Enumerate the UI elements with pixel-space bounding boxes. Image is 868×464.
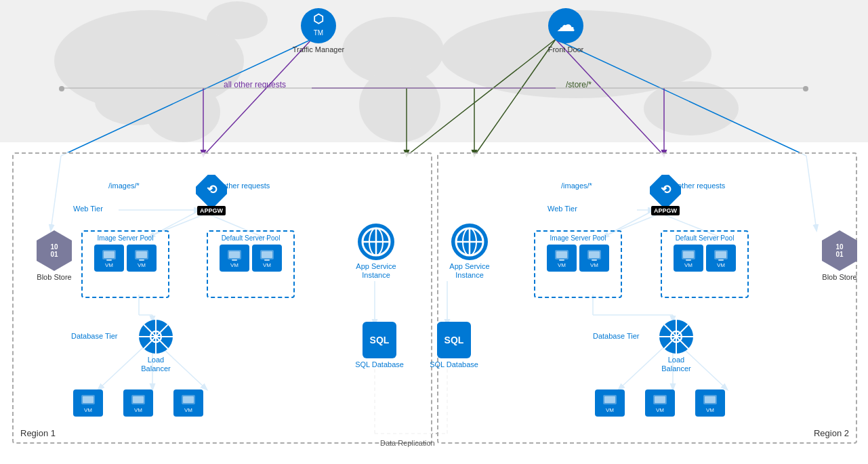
- vm-box: VM: [645, 389, 675, 417]
- svg-text:TM: TM: [314, 29, 323, 37]
- image-pool2-label: Image Server Pool: [550, 234, 606, 242]
- db-tier2-label: Database Tier: [593, 332, 639, 340]
- appgw1-label: APPGW: [197, 206, 226, 215]
- appgw2-icon: ⟲ APPGW: [642, 175, 688, 215]
- dot-right: [803, 86, 808, 91]
- blob-store1-icon: 1001 Blob Store: [31, 230, 77, 281]
- svg-point-4: [359, 68, 440, 142]
- svg-rect-100: [716, 251, 726, 258]
- db-vm2: VM: [123, 389, 153, 417]
- default-pool2-vms: VM VM: [674, 245, 736, 272]
- app-service1-icon: App Service Instance: [346, 224, 407, 280]
- data-replication-label: Data Replication: [380, 439, 435, 447]
- default-pool1-vms: VM VM: [220, 245, 282, 272]
- default-pool2-label: Default Server Pool: [676, 234, 735, 242]
- db-vm4: VM: [595, 389, 625, 417]
- svg-rect-56: [106, 259, 112, 261]
- blob-store1-label: Blob Store: [37, 273, 71, 281]
- sql-db2-label: SQL Database: [430, 360, 478, 369]
- appgw2-label: APPGW: [651, 206, 680, 215]
- db-vm1: VM: [73, 389, 103, 417]
- image-server-pool1: Image Server Pool VM VM: [81, 230, 169, 298]
- images-path2-label: /images/*: [561, 182, 592, 190]
- svg-rect-64: [262, 251, 272, 258]
- vm-icon: VM: [94, 245, 124, 272]
- load-balancer2-label: Load Balancer: [653, 356, 700, 373]
- front-door-icon: ☁ Front Door: [529, 8, 603, 54]
- db-vm5: VM: [645, 389, 675, 417]
- sql-cylinder1: SQL: [363, 322, 396, 358]
- svg-rect-111: [655, 396, 665, 403]
- vm-icon: VM: [674, 245, 703, 272]
- appgw1-icon: ⟲ APPGW: [188, 175, 234, 215]
- traffic-manager-icon: ⬡ TM Traffic Manager: [285, 8, 352, 54]
- svg-rect-94: [589, 251, 600, 258]
- vm-box: VM: [595, 389, 625, 417]
- sql-db2-icon: SQL SQL Database: [427, 322, 481, 369]
- svg-point-6: [644, 81, 739, 135]
- svg-rect-97: [683, 251, 694, 258]
- dot-left: [59, 86, 64, 91]
- vm-box: VM: [73, 389, 103, 417]
- vm-icon: VM: [252, 245, 282, 272]
- svg-rect-65: [264, 259, 270, 261]
- svg-rect-80: [133, 396, 144, 403]
- svg-text:⟲: ⟲: [207, 183, 218, 196]
- app-service2-label: App Service Instance: [439, 262, 500, 280]
- svg-point-7: [207, 1, 268, 39]
- svg-rect-58: [136, 251, 147, 258]
- app-service2-icon: App Service Instance: [439, 224, 500, 280]
- app-service1-label: App Service Instance: [346, 262, 407, 280]
- other-requests1-label: other requests: [222, 182, 270, 190]
- vm-box: VM: [695, 389, 725, 417]
- svg-rect-101: [718, 259, 724, 261]
- region2-label: Region 2: [814, 428, 849, 438]
- svg-rect-82: [183, 396, 194, 403]
- web-tier1-label: Web Tier: [73, 205, 103, 213]
- db-vms2: VM VM VM: [595, 389, 725, 417]
- db-vm3: VM: [173, 389, 203, 417]
- vm-box: VM: [173, 389, 203, 417]
- svg-rect-109: [604, 396, 615, 403]
- default-pool1-label: Default Server Pool: [222, 234, 281, 242]
- vm-icon: VM: [547, 245, 577, 272]
- image-pool2-vms: VM VM: [547, 245, 609, 272]
- db-vm6: VM: [695, 389, 725, 417]
- store-path-label: /store/*: [566, 80, 592, 89]
- vm-box: VM: [123, 389, 153, 417]
- load-balancer1-icon: Load Balancer: [132, 320, 180, 373]
- svg-rect-61: [229, 251, 240, 258]
- front-door-label: Front Door: [548, 45, 584, 54]
- svg-rect-78: [83, 396, 94, 403]
- svg-rect-113: [705, 396, 716, 403]
- svg-rect-92: [559, 259, 564, 261]
- vm-icon: VM: [220, 245, 249, 272]
- sql-cylinder2: SQL: [437, 322, 471, 358]
- image-server-pool2: Image Server Pool VM VM: [534, 230, 622, 298]
- default-server-pool1: Default Server Pool VM VM: [207, 230, 295, 298]
- svg-text:☁: ☁: [556, 14, 575, 35]
- load-balancer1-label: Load Balancer: [132, 356, 180, 373]
- svg-rect-98: [686, 259, 691, 261]
- traffic-manager-label: Traffic Manager: [293, 45, 344, 54]
- db-tier1-label: Database Tier: [71, 332, 117, 340]
- svg-text:⟲: ⟲: [661, 183, 671, 196]
- svg-text:⬡: ⬡: [313, 12, 324, 26]
- diagram-container: ⬡ TM Traffic Manager ☁ Front Door all ot…: [0, 0, 868, 464]
- vm-icon: VM: [127, 245, 157, 272]
- other-requests2-label: other requests: [678, 182, 725, 190]
- svg-rect-95: [592, 259, 597, 261]
- load-balancer2-icon: Load Balancer: [653, 320, 700, 373]
- blob-store2-label: Blob Store: [822, 273, 856, 281]
- image-pool1-label: Image Server Pool: [98, 234, 154, 242]
- default-server-pool2: Default Server Pool VM VM: [661, 230, 749, 298]
- images-path1-label: /images/*: [108, 182, 140, 190]
- image-pool1-vms: VM VM: [94, 245, 157, 272]
- svg-rect-59: [139, 259, 144, 261]
- sql-db1-icon: SQL SQL Database: [352, 322, 407, 369]
- vm-icon: VM: [579, 245, 609, 272]
- db-vms1: VM VM VM: [73, 389, 203, 417]
- sql-db1-label: SQL Database: [355, 360, 404, 369]
- world-map: [0, 0, 868, 142]
- svg-rect-91: [556, 251, 567, 258]
